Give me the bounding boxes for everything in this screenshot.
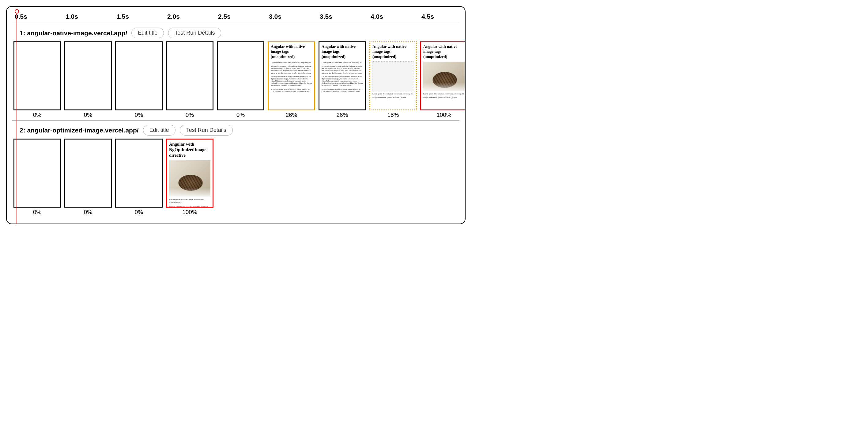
row-header: 2: angular-optimized-image.vercel.app/ E… (20, 125, 458, 136)
frame-thumbnail[interactable] (64, 139, 112, 207)
frame-thumbnail[interactable] (13, 139, 61, 207)
ruler-tick: 3.0s (269, 13, 281, 20)
doc-heading: Angular with native image tags (unoptimi… (271, 44, 312, 59)
frame-thumbnail[interactable] (64, 41, 112, 110)
doc-heading: Angular with native image tags (unoptimi… (372, 44, 414, 59)
frame-progress: 0% (237, 112, 245, 118)
frame-progress: 26% (336, 112, 348, 118)
ruler-tick: 1.0s (66, 13, 78, 20)
filmstrip-row: 0% 0% 0% 0% 0% Angular with native image… (13, 41, 458, 118)
test-run-details-button[interactable]: Test Run Details (168, 28, 221, 38)
row-label: 1: angular-native-image.vercel.app/ (20, 29, 127, 37)
filmstrip-row: 0% 0% 0% Angular with NgOptimizedImage d… (13, 139, 458, 216)
row-header: 1: angular-native-image.vercel.app/ Edit… (20, 28, 458, 38)
doc-paragraph: Integer elementum gravida molestie. Quis… (271, 65, 312, 74)
frame-thumbnail[interactable]: Angular with native image tags (unoptimi… (369, 41, 417, 110)
doc-paragraph: Lorem ipsum dolor sit amet, consectetur … (321, 62, 363, 64)
doc-paragraph: Lorem ipsum dolor sit amet, consectetur … (372, 93, 414, 95)
row-label: 2: angular-optimized-image.vercel.app/ (20, 126, 139, 134)
doc-paragraph: Lorem ipsum dolor sit amet, consectetur … (423, 93, 465, 95)
frame-progress: 100% (436, 112, 452, 118)
doc-heading: Angular with NgOptimizedImage directive (169, 141, 210, 158)
doc-paragraph: Sed eleifend sapien sit neque venenatis … (271, 76, 312, 87)
row-separator (12, 120, 459, 120)
ruler-tick: 2.0s (167, 13, 180, 20)
doc-preview: Angular with NgOptimizedImage directive … (167, 140, 213, 207)
doc-paragraph: In congue sapien sem, id vulputate metus… (271, 88, 312, 93)
doc-preview: Angular with native image tags (unoptimi… (269, 42, 314, 96)
frame-thumbnail[interactable] (217, 41, 264, 110)
ruler-tick: 3.5s (320, 13, 332, 20)
frame-progress: 0% (135, 112, 143, 118)
ruler-tick: 1.5s (116, 13, 129, 20)
frame-progress: 18% (387, 112, 399, 118)
ruler-tick: 4.5s (422, 13, 434, 20)
image-placeholder-outline (372, 62, 414, 91)
doc-paragraph: Lorem ipsum dolor sit amet, consectetur … (271, 62, 312, 64)
frame-thumbnail[interactable] (115, 139, 163, 207)
playhead-line (17, 13, 17, 224)
filmstrip-compare-panel: 0.5s 1.0s 1.5s 2.0s 2.5s 3.0s 3.5s 4.0s … (6, 6, 466, 224)
doc-paragraph: Integer elementum gravida molestie. Quis… (423, 96, 465, 99)
edit-title-button[interactable]: Edit title (143, 125, 176, 136)
doc-paragraph: Integer elementum gravida molestie. Quis… (321, 65, 363, 74)
test-run-details-button[interactable]: Test Run Details (180, 125, 233, 136)
frame-progress: 0% (84, 209, 92, 216)
frame-thumbnail[interactable] (166, 41, 214, 110)
frame-thumbnail[interactable] (13, 41, 61, 110)
doc-paragraph: Integer elementum gravida molestie. Quis… (372, 96, 414, 99)
frame-progress: 0% (135, 209, 143, 216)
ruler-tick: 4.0s (371, 13, 383, 20)
frame-thumbnail[interactable]: Angular with NgOptimizedImage directive … (166, 139, 214, 207)
doc-preview: Angular with native image tags (unoptimi… (319, 42, 365, 96)
ruler-tick: 2.5s (218, 13, 230, 20)
frame-thumbnail[interactable] (115, 41, 163, 110)
frame-progress: 100% (182, 209, 197, 216)
cat-image (169, 160, 210, 197)
doc-heading: Angular with native image tags (unoptimi… (321, 44, 363, 59)
frame-thumbnail[interactable]: Angular with native image tags (unoptimi… (318, 41, 366, 110)
frame-progress: 0% (33, 209, 41, 216)
doc-paragraph: Sed eleifend sapien sit neque venenatis … (321, 76, 363, 87)
frame-progress: 0% (186, 112, 194, 118)
doc-heading: Angular with native image tags (unoptimi… (423, 44, 465, 59)
doc-paragraph: Lorem ipsum dolor sit amet, consectetur … (169, 198, 210, 204)
doc-paragraph: Integer elementum gravida molestie. Quis… (169, 205, 210, 207)
edit-title-button[interactable]: Edit title (131, 28, 164, 38)
time-ruler: 0.5s 1.0s 1.5s 2.0s 2.5s 3.0s 3.5s 4.0s … (12, 11, 459, 23)
doc-preview: Angular with native image tags (unoptimi… (370, 42, 416, 102)
frame-progress: 0% (33, 112, 41, 118)
frame-progress: 26% (285, 112, 297, 118)
frame-progress: 0% (84, 112, 92, 118)
doc-preview: Angular with native image tags (unoptimi… (421, 42, 466, 102)
frame-thumbnail[interactable]: Angular with native image tags (unoptimi… (420, 41, 466, 110)
frame-thumbnail[interactable]: Angular with native image tags (unoptimi… (268, 41, 315, 110)
cat-image (423, 62, 465, 91)
doc-paragraph: In congue sapien sem, id vulputate metus… (321, 88, 363, 93)
